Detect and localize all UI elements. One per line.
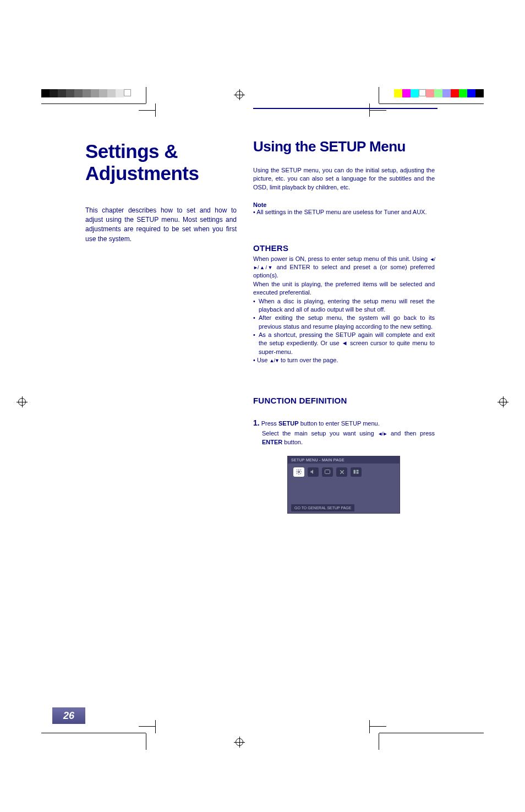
function-definition-heading: FUNCTION DEFINITION — [253, 396, 435, 405]
registration-mark-icon — [234, 737, 245, 748]
osd-screenshot: SETUP MENU - MAIN PAGE — [287, 456, 400, 514]
speaker-setup-icon — [308, 467, 319, 477]
list-item: •After exiting the setup menu, the syste… — [253, 314, 435, 331]
general-setup-icon — [293, 467, 304, 477]
page-content: Settings & Adjustments This chapter desc… — [52, 110, 473, 716]
step-1: 1. Press SETUP button to enter SETUP men… — [253, 417, 435, 447]
bullet-text: When a disc is playing, entering the set… — [259, 297, 435, 314]
svg-rect-4 — [357, 472, 359, 474]
others-p1b: and ENTER to select and preset a (or som… — [253, 264, 435, 279]
osd-title: SETUP MENU - MAIN PAGE — [288, 456, 400, 464]
step1-a: Press — [260, 420, 278, 427]
others-p1a: When power is ON, press to enter setup m… — [253, 255, 430, 262]
section-rule — [253, 108, 438, 109]
chapter-title: Settings & Adjustments — [85, 140, 281, 185]
svg-rect-3 — [357, 470, 359, 472]
up-down-arrows-icon: ▲/▼ — [270, 358, 279, 363]
preference-icon — [351, 467, 362, 477]
printer-marks-bottom — [0, 727, 525, 760]
chapter-intro-text: This chapter describes how to set and ho… — [85, 206, 237, 244]
use-line: • Use ▲/▼ to turn over the page. — [253, 356, 435, 364]
bullet-text: As a shortcut, pressing the SETUP again … — [259, 331, 435, 356]
dolby-setup-icon — [322, 467, 333, 477]
step1-c1: Select the main setup you want using — [262, 430, 378, 437]
svg-rect-1 — [325, 470, 330, 474]
chapter-title-line-1: Settings & — [85, 140, 178, 162]
note-body: • All settings in the SETUP menu are use… — [253, 208, 435, 216]
registration-mark-icon — [17, 396, 28, 407]
others-bullet-list: •When a disc is playing, entering the se… — [253, 297, 435, 357]
use-line-a: • Use — [253, 357, 270, 363]
bullet-text: After exiting the setup menu, the system… — [259, 314, 435, 331]
chapter-title-line-2: Adjustments — [85, 162, 199, 184]
note-label: Note — [253, 201, 435, 208]
section-heading: Using the SETUP Menu — [253, 138, 435, 155]
others-paragraph-1: When power is ON, press to enter setup m… — [253, 255, 435, 280]
step1-c3: button. — [282, 439, 303, 445]
list-item: •As a shortcut, pressing the SETUP again… — [253, 331, 435, 356]
page-number-value: 26 — [63, 710, 74, 722]
enter-button-label: ENTER — [262, 439, 282, 445]
registration-mark-icon — [497, 396, 508, 407]
registration-mark-icon — [234, 89, 245, 100]
osd-icon-row — [288, 464, 400, 477]
list-item: •When a disc is playing, entering the se… — [253, 297, 435, 314]
left-right-arrows-icon: ◄/► — [378, 431, 387, 437]
step-number: 1. — [253, 418, 260, 427]
left-column: Settings & Adjustments This chapter desc… — [85, 110, 281, 244]
svg-point-0 — [298, 471, 300, 473]
step1-b: button to enter SETUP menu. — [299, 420, 380, 427]
page-number: 26 — [52, 707, 85, 724]
right-column: Using the SETUP Menu Using the SETUP men… — [253, 110, 449, 514]
osd-body: GO TO GENERAL SETUP PAGE — [288, 464, 400, 513]
others-paragraph-2: When the unit is playing, the preferred … — [253, 280, 435, 297]
svg-rect-2 — [354, 470, 356, 474]
step1-c2: and then press — [387, 430, 435, 437]
printer-marks-top — [0, 77, 525, 110]
section-body: Using the SETUP menu, you can do the ini… — [253, 166, 435, 192]
others-heading: OTHERS — [253, 243, 435, 253]
osd-footer: GO TO GENERAL SETUP PAGE — [291, 504, 354, 511]
setup-button-label: SETUP — [278, 420, 299, 427]
video-setup-icon — [336, 467, 347, 477]
use-line-b: to turn over the page. — [279, 357, 338, 363]
